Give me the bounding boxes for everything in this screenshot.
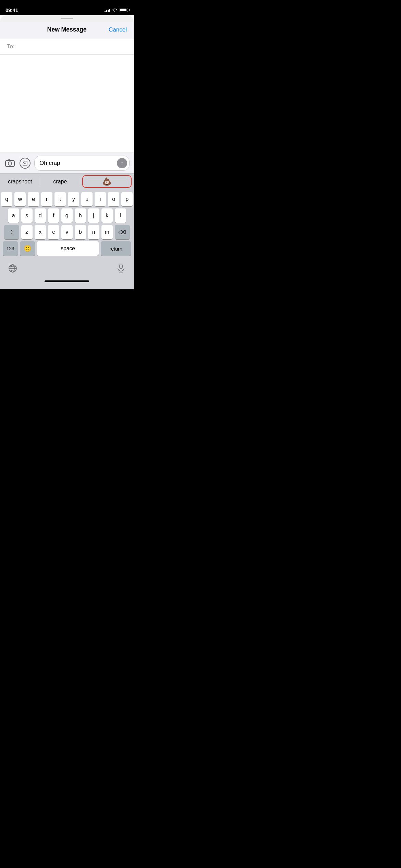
keyboard-row-3: ⇧ z x c v b n m ⌫ — [0, 223, 134, 239]
compose-header: New Message Cancel — [0, 22, 134, 39]
svg-rect-10 — [120, 264, 122, 269]
key-k[interactable]: k — [101, 208, 113, 223]
key-z[interactable]: z — [21, 225, 33, 239]
home-bar — [45, 280, 89, 282]
cancel-button[interactable]: Cancel — [109, 26, 127, 33]
send-button[interactable]: ↑ — [117, 158, 127, 168]
key-n[interactable]: n — [88, 225, 99, 239]
key-g[interactable]: g — [61, 208, 73, 223]
message-text-input[interactable] — [39, 160, 117, 167]
message-input-row: A ↑ — [0, 153, 134, 173]
to-label: To: — [7, 43, 15, 50]
emoji-key[interactable]: 🙂 — [20, 241, 35, 256]
delete-icon: ⌫ — [118, 229, 126, 236]
send-arrow-icon: ↑ — [121, 160, 123, 166]
key-x[interactable]: x — [35, 225, 46, 239]
message-body — [0, 55, 134, 153]
autocomplete-bar: crapshoot crape 💩 — [0, 173, 134, 189]
status-bar: 09:41 — [0, 0, 134, 15]
key-c[interactable]: c — [48, 225, 59, 239]
key-l[interactable]: l — [115, 208, 126, 223]
key-s[interactable]: s — [21, 208, 33, 223]
battery-icon — [120, 8, 128, 12]
key-e[interactable]: e — [28, 192, 39, 206]
key-a[interactable]: a — [8, 208, 19, 223]
to-field-row: To: — [0, 39, 134, 55]
status-time: 09:41 — [5, 7, 18, 13]
key-q[interactable]: q — [1, 192, 12, 206]
keyboard: q w e r t y u i o p a s d f g h j k l ⇧ — [0, 189, 134, 289]
shift-key[interactable]: ⇧ — [4, 225, 19, 239]
compose-title: New Message — [47, 26, 87, 33]
key-y[interactable]: y — [68, 192, 79, 206]
keyboard-row-2: a s d f g h j k l — [0, 206, 134, 223]
svg-rect-0 — [5, 160, 14, 167]
key-b[interactable]: b — [75, 225, 86, 239]
pull-indicator — [0, 15, 134, 22]
key-v[interactable]: v — [61, 225, 73, 239]
signal-bars-icon — [105, 8, 110, 12]
key-r[interactable]: r — [41, 192, 52, 206]
camera-button[interactable] — [4, 157, 16, 169]
pull-bar — [61, 18, 73, 19]
svg-rect-2 — [8, 159, 10, 161]
shift-icon: ⇧ — [10, 229, 14, 235]
return-key[interactable]: return — [101, 241, 131, 256]
app-container: 09:41 — [0, 0, 134, 289]
key-i[interactable]: i — [95, 192, 106, 206]
key-u[interactable]: u — [81, 192, 93, 206]
key-w[interactable]: w — [14, 192, 26, 206]
svg-point-1 — [8, 162, 12, 165]
globe-key[interactable] — [5, 261, 20, 276]
to-input[interactable] — [16, 43, 127, 50]
numbers-key[interactable]: 123 — [3, 241, 18, 256]
key-p[interactable]: p — [121, 192, 133, 206]
key-f[interactable]: f — [48, 208, 59, 223]
status-icons — [105, 8, 129, 12]
key-d[interactable]: d — [35, 208, 46, 223]
wifi-icon — [112, 8, 118, 12]
microphone-key[interactable] — [114, 261, 128, 276]
key-o[interactable]: o — [108, 192, 119, 206]
key-j[interactable]: j — [88, 208, 99, 223]
keyboard-row-1: q w e r t y u i o p — [0, 189, 134, 206]
key-t[interactable]: t — [54, 192, 66, 206]
autocomplete-crape[interactable]: crape — [40, 174, 80, 189]
keyboard-row-4: 123 🙂 space return — [0, 239, 134, 258]
autocomplete-crapshoot[interactable]: crapshoot — [0, 174, 40, 189]
message-text-container: ↑ — [34, 156, 130, 171]
home-indicator — [0, 278, 134, 289]
svg-text:A: A — [24, 162, 26, 165]
space-key[interactable]: space — [37, 241, 99, 256]
key-m[interactable]: m — [101, 225, 113, 239]
delete-key[interactable]: ⌫ — [115, 225, 130, 239]
apps-button[interactable]: A — [19, 157, 31, 169]
key-h[interactable]: h — [75, 208, 86, 223]
autocomplete-poop-emoji[interactable]: 💩 — [82, 175, 132, 188]
keyboard-bottom-row — [0, 258, 134, 278]
